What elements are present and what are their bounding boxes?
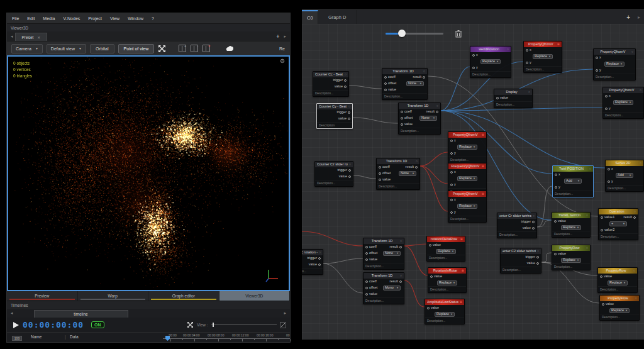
menu--[interactable]: ? [152, 16, 154, 21]
node-menu-icon[interactable]: ○ [528, 91, 530, 94]
input-port[interactable] [596, 69, 598, 72]
node-operation[interactable]: Operation○value1result+▼value2Descriptio… [598, 208, 638, 240]
tab-graph-editor[interactable]: Graph editor [148, 291, 219, 301]
input-port[interactable] [472, 67, 475, 69]
node-twirl-on[interactable]: TWIRL twirlOn○valueReplace▼Description..… [552, 212, 591, 238]
input-port[interactable] [601, 229, 603, 231]
tab-viewer3d[interactable]: Viewer3D [219, 291, 291, 301]
on-badge[interactable]: ON [91, 321, 104, 328]
node-property-red-a[interactable]: PropertyQfromV⊗xReplace▼yDescription... [448, 131, 487, 163]
node-header[interactable]: PropertyFlow○ [600, 296, 639, 301]
node-header[interactable]: PropertyQfromV⊗ [448, 132, 486, 138]
node-property-mid-right[interactable]: PropertyQfromV○xReplace▼yDescription... [602, 87, 644, 119]
input-port[interactable] [600, 275, 602, 278]
viewer-3d[interactable]: 0 objects0 vertices0 triangles ⚙ [7, 55, 290, 291]
input-port[interactable] [605, 108, 608, 110]
node-counter-rotation[interactable]: counter C rotation - Read count○triggerv… [302, 249, 323, 275]
input-port[interactable] [401, 111, 403, 113]
input-port[interactable] [526, 62, 528, 64]
output-port[interactable] [532, 221, 535, 223]
menu-file[interactable]: File [12, 16, 19, 21]
node-header[interactable]: FrequencyQfromV⊗ [448, 163, 486, 169]
tab-timeline[interactable]: timeline [34, 310, 128, 318]
node-header[interactable]: PropertyRow○ [552, 245, 590, 251]
node-property-row-gold[interactable]: PropertyRow○valueReplace▼Description... [597, 267, 638, 293]
node-dropdown[interactable]: Replace▼ [457, 145, 477, 150]
node-header[interactable]: Series 2D○ [606, 160, 643, 166]
node-rotation-red-e[interactable]: RotationInRotar⊗valueReplace▼Description… [428, 267, 467, 293]
node-header[interactable]: PropertyQfromV⊗ [448, 191, 486, 197]
menu-view[interactable]: View [110, 16, 119, 21]
node-header[interactable]: enter C2 slider twirlrotation - Read C○ [501, 248, 541, 254]
output-port[interactable] [318, 257, 321, 260]
input-port[interactable] [365, 246, 368, 248]
viewer-3d-canvas[interactable] [8, 57, 289, 290]
node-twirl-position[interactable]: Twirl POSITION○xAdd▼yDescription... [552, 165, 594, 197]
output-port[interactable] [399, 246, 402, 248]
node-transform-4[interactable]: Transform 1D○coeffresultoffsetNone▼value… [363, 238, 404, 270]
node-header[interactable]: Counter Cz slider row - Read cou○ [315, 162, 353, 167]
node-header[interactable]: PropertyQfromV○ [594, 49, 635, 55]
output-port[interactable] [348, 111, 350, 114]
node-dropdown[interactable]: Replace▼ [435, 312, 455, 317]
node-weird-position[interactable]: weirdPosition○xReplace▼yDescription... [470, 46, 511, 78]
node-menu-icon[interactable]: ○ [416, 160, 418, 163]
menu-edit[interactable]: Edit [27, 16, 35, 21]
output-port[interactable] [348, 169, 351, 172]
menu-project[interactable]: Project [88, 16, 102, 21]
node-close-icon[interactable]: ⊗ [557, 43, 560, 46]
node-dropdown[interactable]: Add▼ [564, 179, 582, 184]
menu-window[interactable]: Window [128, 16, 143, 21]
output-port[interactable] [423, 76, 425, 79]
output-port[interactable] [415, 166, 418, 169]
node-property-red-c[interactable]: PropertyQfromV⊗xReplace▼yDescription... [448, 191, 487, 223]
input-port[interactable] [555, 174, 557, 176]
node-transform-2[interactable]: Transform 1D○coeffresultoffsetNone▼value… [398, 102, 441, 135]
node-dropdown[interactable]: Replace▼ [436, 249, 456, 254]
input-port[interactable] [379, 166, 381, 169]
input-port[interactable] [365, 252, 368, 255]
tab-close-icon[interactable]: ✕ [37, 35, 40, 40]
timeline-tabs-right-arrow[interactable]: ▸ [282, 311, 288, 316]
node-menu-icon[interactable]: ○ [631, 50, 633, 53]
node-dropdown[interactable]: None▼ [383, 251, 401, 256]
node-property-red-top[interactable]: PropertyQfromV⊗xReplace▼yDescription... [523, 41, 562, 73]
split-view-remove-icon[interactable]: - [191, 45, 198, 52]
node-dropdown[interactable]: None▼ [406, 81, 424, 86]
node-close-icon[interactable]: ⊗ [462, 269, 464, 272]
output-port[interactable] [399, 280, 402, 283]
node-header[interactable]: Transform 1D○ [364, 273, 404, 279]
node-dropdown[interactable]: Replace▼ [533, 54, 553, 59]
node-menu-icon[interactable]: ○ [319, 251, 321, 254]
input-port[interactable] [379, 179, 381, 181]
node-counter-cy[interactable]: Counter Cy - Beat count○triggervalueDesc… [316, 103, 353, 129]
input-port[interactable] [602, 303, 604, 306]
node-menu-icon[interactable]: ○ [586, 214, 588, 217]
timeline-zoom-value[interactable]: 100 [12, 336, 22, 341]
node-reader-twirlrayon[interactable]: enter Cr slider twirlrayon - Read uC○tri… [497, 213, 537, 238]
output-port[interactable] [436, 111, 438, 113]
node-menu-icon[interactable]: ○ [635, 297, 637, 300]
node-counter-cc[interactable]: Counter Cc - Beat count○triggervalueDesc… [313, 71, 349, 97]
graph-tab-graph-d[interactable]: Graph D [318, 10, 357, 24]
fullscreen-arrows-icon[interactable] [158, 45, 166, 53]
input-port[interactable] [430, 275, 433, 278]
menu-media[interactable]: Media [43, 16, 55, 21]
node-graph-canvas[interactable]: Counter Cc - Beat count○triggervalueDesc… [302, 24, 644, 340]
node-header[interactable]: AmplitudeLowStatus⊗ [425, 299, 464, 305]
input-port[interactable] [554, 253, 557, 255]
node-close-icon[interactable]: ⊗ [482, 165, 484, 168]
node-header[interactable]: PropertyQfromV⊗ [524, 42, 562, 47]
node-reader-twirlrotation[interactable]: enter C2 slider twirlrotation - Read C○t… [500, 248, 541, 274]
node-dropdown[interactable]: Replace▼ [480, 59, 501, 64]
node-dropdown[interactable]: None▼ [419, 116, 437, 121]
input-port[interactable] [427, 307, 430, 309]
menu-v-nodes[interactable]: V-Nodes [63, 16, 80, 21]
input-port[interactable] [365, 280, 368, 283]
add-tab-button[interactable]: + [274, 33, 282, 40]
node-menu-icon[interactable]: ○ [640, 162, 641, 165]
node-amplitude-red-f[interactable]: AmplitudeLowStatus⊗valueReplace▼Descript… [425, 299, 465, 324]
node-dropdown[interactable]: Replace▼ [609, 308, 630, 313]
node-dropdown[interactable]: Add▼ [616, 173, 633, 178]
node-menu-icon[interactable]: ○ [586, 247, 588, 250]
